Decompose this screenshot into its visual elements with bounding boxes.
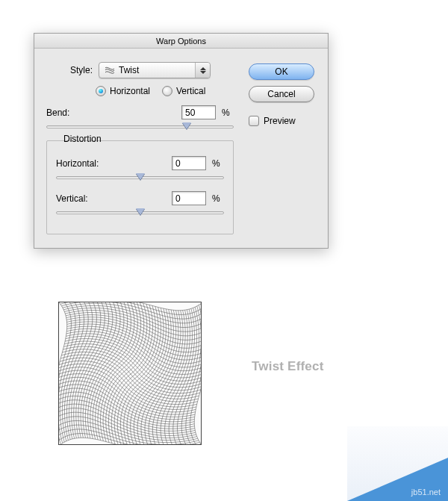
slider-thumb-icon [136,173,145,180]
dropdown-arrows-icon [195,63,210,78]
dist-h-input[interactable] [172,156,206,170]
preview-label: Preview [264,116,296,126]
horizontal-radio-label: Horizontal [110,86,150,96]
vertical-radio[interactable] [162,86,172,96]
bend-input[interactable] [181,105,216,119]
dist-v-label: Vertical: [56,193,88,204]
twist-style-icon [104,64,116,76]
preview-checkbox[interactable] [249,116,259,126]
percent-label: % [212,193,224,204]
watermark-text: jb51.net [411,488,441,497]
dialog-title: Warp Options [34,34,328,49]
dist-h-label: Horizontal: [56,158,99,169]
style-dropdown[interactable]: Twist [99,62,211,78]
percent-label: % [212,158,224,169]
cancel-button[interactable]: Cancel [249,86,314,102]
slider-thumb-icon [136,208,145,215]
dist-h-slider[interactable] [56,172,224,184]
dist-v-slider[interactable] [56,207,224,219]
style-dropdown-value: Twist [119,65,139,75]
twist-effect-preview [58,302,202,445]
vertical-radio-label: Vertical [176,86,205,96]
dist-v-input[interactable] [172,191,206,205]
horizontal-radio[interactable] [96,86,106,96]
bend-slider[interactable] [46,121,234,133]
slider-thumb-icon [182,122,191,129]
ok-button[interactable]: OK [249,63,314,80]
warp-options-dialog: Warp Options Style: Twist Horizontal [34,33,329,249]
twist-effect-caption: Twist Effect [252,359,324,374]
percent-label: % [222,108,234,118]
bend-label: Bend: [46,108,69,118]
style-label: Style: [46,65,93,75]
